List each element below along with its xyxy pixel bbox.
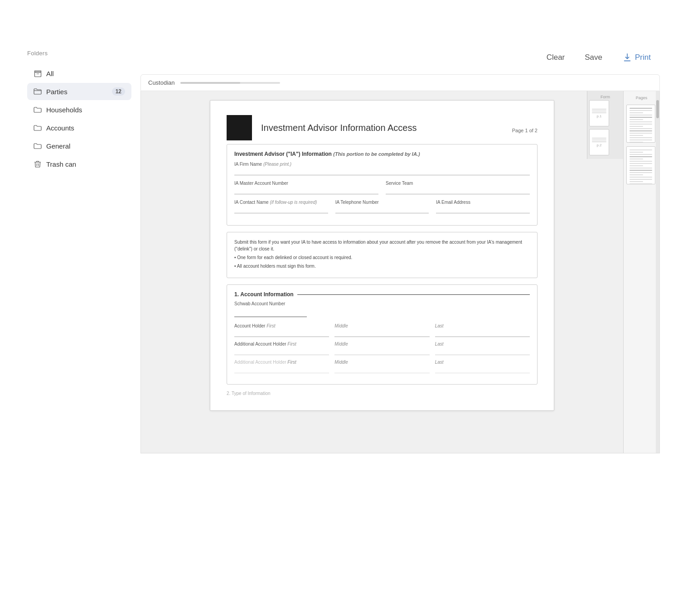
main-content: Clear Save Print Custodian: [140, 50, 660, 453]
pages-panel-label: Pages: [626, 96, 657, 100]
instructions-section: Submit this form if you want your IA to …: [227, 232, 538, 278]
add-holder1-row: Additional Account Holder First Middle L…: [234, 342, 530, 355]
sidebar: Folders All Parties 12 Househol: [27, 50, 131, 173]
sidebar-item-general[interactable]: General: [27, 137, 131, 154]
ia-master-account-field: IA Master Account Number: [234, 181, 378, 194]
add-holder2-middle-field: Middle: [334, 360, 429, 373]
page-thumb-2[interactable]: [626, 146, 655, 184]
sidebar-item-general-label: General: [46, 142, 70, 150]
toolbar: Clear Save Print: [140, 50, 660, 65]
schwab-account-line[interactable]: [234, 310, 307, 317]
scroll-indicator[interactable]: [656, 91, 659, 453]
print-button[interactable]: Print: [618, 50, 655, 65]
instructions-text: Submit this form if you want your IA to …: [234, 239, 530, 270]
add-holder1-middle-line[interactable]: [334, 348, 429, 355]
holder-first-field: Account Holder First: [234, 323, 329, 337]
holder-first-line[interactable]: [234, 330, 329, 337]
add-holder1-last-field: Last: [435, 342, 530, 355]
page-thumb-1[interactable]: [626, 105, 655, 143]
folder-open-icon: [34, 87, 42, 96]
sidebar-item-parties[interactable]: Parties 12: [27, 83, 131, 100]
save-button[interactable]: Save: [580, 50, 607, 65]
custodian-label: Custodian: [148, 79, 175, 86]
service-team-label: Service Team: [386, 181, 530, 186]
sidebar-item-households-label: Households: [46, 106, 82, 114]
holder-middle-field: Middle: [334, 323, 429, 337]
form-thumb-2[interactable]: p.2: [589, 129, 609, 155]
holder-last-line[interactable]: [435, 330, 530, 337]
add-holder1-last-line[interactable]: [435, 348, 530, 355]
form-panel-label: Form: [589, 95, 621, 99]
ia-master-account-label: IA Master Account Number: [234, 181, 378, 186]
doc-header: Investment Advisor Information Access: [227, 115, 538, 140]
scroll-thumb: [656, 100, 659, 118]
page-thumb-1-content: [627, 105, 655, 143]
holder-middle-label: Middle: [334, 323, 429, 328]
sidebar-title: Folders: [27, 50, 131, 57]
pages-panel: Pages: [623, 91, 659, 453]
service-team-line[interactable]: [386, 187, 530, 194]
ia-contact-name-line[interactable]: [234, 206, 328, 213]
account-holder-row: Account Holder First Middle Last: [234, 323, 530, 337]
add-holder2-last-line[interactable]: [435, 366, 530, 373]
ia-firm-name-field: IA Firm Name (Please print.): [234, 162, 530, 175]
ia-telephone-line[interactable]: [335, 206, 429, 213]
trash-icon: [34, 160, 42, 168]
ia-info-section: Investment Advisor ("IA") Information (T…: [227, 144, 538, 226]
form-overlay-panel: Form p.1 p.2: [587, 91, 623, 159]
instructions-bullet1: • One form for each delinked or closed a…: [234, 254, 530, 261]
ia-email-field: IA Email Address: [436, 200, 530, 213]
clear-button[interactable]: Clear: [542, 50, 570, 65]
sidebar-item-all-label: All: [46, 70, 54, 77]
sidebar-item-households[interactable]: Households: [27, 101, 131, 118]
add-holder2-first-label: Additional Account Holder First: [234, 360, 329, 365]
form-thumb-1[interactable]: p.1: [589, 100, 609, 126]
ia-firm-name-row: IA Firm Name (Please print.): [234, 162, 530, 175]
add-holder1-first-field: Additional Account Holder First: [234, 342, 329, 355]
ia-email-label: IA Email Address: [436, 200, 530, 205]
custodian-progress-fill: [180, 82, 240, 84]
sidebar-item-accounts-label: Accounts: [46, 124, 74, 132]
holder-last-field: Last: [435, 323, 530, 337]
sidebar-item-accounts[interactable]: Accounts: [27, 119, 131, 136]
add-holder2-last-field: Last: [435, 360, 530, 373]
sidebar-item-all[interactable]: All: [27, 65, 131, 82]
ia-master-account-line[interactable]: [234, 187, 378, 194]
svg-rect-0: [34, 72, 41, 77]
holder-last-label: Last: [435, 323, 530, 328]
ia-contact-row: IA Contact Name (if follow-up is require…: [234, 200, 530, 213]
page-thumb-2-content: [627, 147, 655, 184]
instructions-intro: Submit this form if you want your IA to …: [234, 239, 530, 252]
sidebar-item-trash[interactable]: Trash can: [27, 155, 131, 173]
ia-info-subtitle: (This portion to be completed by IA.): [333, 151, 420, 157]
add-holder2-row: Additional Account Holder First Middle L…: [234, 360, 530, 373]
ia-telephone-field: IA Telephone Number: [335, 200, 429, 213]
folder-icon-general: [34, 142, 42, 150]
document-viewer: Investment Advisor Information Access Pa…: [140, 91, 660, 453]
print-icon: [622, 53, 632, 63]
ia-firm-name-line[interactable]: [234, 168, 530, 175]
doc-title: Investment Advisor Information Access: [261, 123, 538, 133]
add-holder1-first-line[interactable]: [234, 348, 329, 355]
ia-email-line[interactable]: [436, 206, 530, 213]
document-page: Investment Advisor Information Access Pa…: [210, 100, 554, 411]
svg-rect-1: [34, 71, 41, 72]
ia-telephone-label: IA Telephone Number: [335, 200, 429, 205]
ia-contact-name-field: IA Contact Name (if follow-up is require…: [234, 200, 328, 213]
archive-icon: [34, 69, 42, 77]
folder-icon-households: [34, 106, 42, 114]
add-holder1-last-label: Last: [435, 342, 530, 346]
parties-badge: 12: [112, 87, 125, 96]
add-holder2-middle-line[interactable]: [334, 366, 429, 373]
holder-first-label: Account Holder First: [234, 323, 329, 328]
custodian-bar: Custodian: [140, 74, 660, 91]
ia-contact-name-label: IA Contact Name (if follow-up is require…: [234, 200, 328, 205]
account-info-heading: 1. Account Information: [234, 291, 530, 298]
add-holder2-first-line[interactable]: [234, 366, 329, 373]
holder-middle-line[interactable]: [334, 330, 429, 337]
add-holder2-last-label: Last: [435, 360, 530, 365]
instructions-bullet2: • All account holders must sign this for…: [234, 263, 530, 270]
schwab-account-label: Schwab Account Number: [234, 301, 530, 306]
add-holder1-middle-label: Middle: [334, 342, 429, 346]
print-label: Print: [635, 53, 651, 62]
